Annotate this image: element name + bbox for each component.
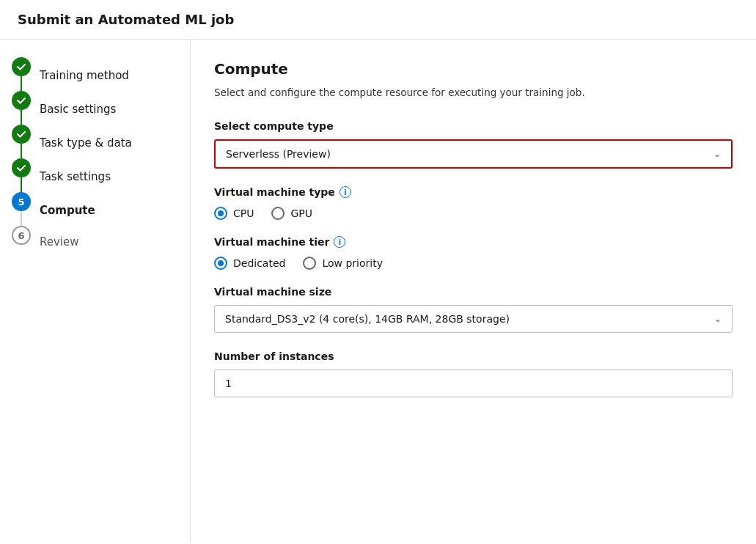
sidebar-item-training-method[interactable]: Training method xyxy=(12,57,178,91)
step-label-task-settings: Task settings xyxy=(40,168,111,183)
page-title: Submit an Automated ML job xyxy=(18,12,234,27)
step-icon-training-method xyxy=(12,57,31,76)
vm-tier-radio-group: Dedicated Low priority xyxy=(214,257,733,270)
vm-type-label: Virtual machine type xyxy=(214,186,335,198)
vm-tier-label-row: Virtual machine tier i xyxy=(214,236,733,248)
step-line-1 xyxy=(21,76,22,91)
compute-type-select[interactable]: Serverless (Preview) ⌄ xyxy=(214,139,733,169)
sidebar-item-review[interactable]: 6 Review xyxy=(12,226,178,256)
sidebar-item-task-type-data[interactable]: Task type & data xyxy=(12,125,178,158)
compute-type-value: Serverless (Preview) xyxy=(226,148,331,160)
section-title: Compute xyxy=(214,60,733,78)
step-line-5 xyxy=(21,211,22,226)
compute-type-label: Select compute type xyxy=(214,120,733,132)
vm-type-cpu-option[interactable]: CPU xyxy=(214,207,254,220)
step-label-compute: Compute xyxy=(40,202,95,217)
main-content: Compute Select and configure the compute… xyxy=(191,40,756,542)
vm-tier-dedicated-label: Dedicated xyxy=(233,257,285,269)
step-line-3 xyxy=(21,144,22,158)
step-label-review: Review xyxy=(40,233,79,249)
num-instances-group: Number of instances xyxy=(214,350,733,397)
vm-type-label-row: Virtual machine type i xyxy=(214,186,733,198)
vm-tier-dedicated-dot xyxy=(218,260,224,266)
vm-tier-group: Virtual machine tier i Dedicated Low pri… xyxy=(214,236,733,270)
sidebar-item-compute[interactable]: 5 Compute xyxy=(12,192,178,226)
compute-type-chevron-icon: ⌄ xyxy=(713,149,721,159)
vm-tier-dedicated-radio[interactable] xyxy=(214,257,227,270)
vm-tier-low-priority-label: Low priority xyxy=(322,257,383,269)
vm-type-group: Virtual machine type i CPU GPU xyxy=(214,186,733,220)
vm-type-gpu-option[interactable]: GPU xyxy=(271,207,312,220)
num-instances-input[interactable] xyxy=(214,370,733,397)
vm-type-radio-group: CPU GPU xyxy=(214,207,733,220)
step-icon-task-settings xyxy=(12,158,31,177)
vm-type-gpu-label: GPU xyxy=(290,207,312,219)
vm-type-cpu-label: CPU xyxy=(233,207,254,219)
vm-tier-low-priority-radio[interactable] xyxy=(303,257,316,270)
vm-tier-dedicated-option[interactable]: Dedicated xyxy=(214,257,285,270)
vm-tier-label: Virtual machine tier xyxy=(214,236,329,248)
vm-tier-low-priority-option[interactable]: Low priority xyxy=(303,257,383,270)
sidebar-item-task-settings[interactable]: Task settings xyxy=(12,158,178,192)
step-icon-basic-settings xyxy=(12,91,31,110)
step-icon-task-type xyxy=(12,125,31,144)
step-label-training-method: Training method xyxy=(40,67,129,82)
vm-type-gpu-radio[interactable] xyxy=(271,207,285,220)
vm-type-cpu-dot xyxy=(218,210,224,216)
page-header: Submit an Automated ML job xyxy=(0,0,756,40)
step-icon-compute: 5 xyxy=(12,192,31,211)
vm-tier-info-icon[interactable]: i xyxy=(334,236,345,248)
vm-size-chevron-icon: ⌄ xyxy=(714,314,722,324)
vm-size-value: Standard_DS3_v2 (4 core(s), 14GB RAM, 28… xyxy=(225,313,510,325)
page-body: Training method Basic settings xyxy=(0,40,756,542)
vm-type-cpu-radio[interactable] xyxy=(214,207,227,220)
section-description: Select and configure the compute resourc… xyxy=(214,85,733,100)
vm-size-dropdown[interactable]: Standard_DS3_v2 (4 core(s), 14GB RAM, 28… xyxy=(214,305,733,333)
vm-size-group: Virtual machine size Standard_DS3_v2 (4 … xyxy=(214,286,733,333)
step-icon-review: 6 xyxy=(12,226,31,245)
vm-size-label: Virtual machine size xyxy=(214,286,733,298)
step-label-task-type: Task type & data xyxy=(40,134,132,150)
step-label-basic-settings: Basic settings xyxy=(40,100,116,116)
step-line-4 xyxy=(21,177,22,192)
vm-type-info-icon[interactable]: i xyxy=(340,186,351,198)
step-line-2 xyxy=(21,110,22,125)
num-instances-label: Number of instances xyxy=(214,350,733,362)
sidebar: Training method Basic settings xyxy=(0,40,191,542)
sidebar-item-basic-settings[interactable]: Basic settings xyxy=(12,91,178,125)
compute-type-group: Select compute type Serverless (Preview)… xyxy=(214,120,733,169)
